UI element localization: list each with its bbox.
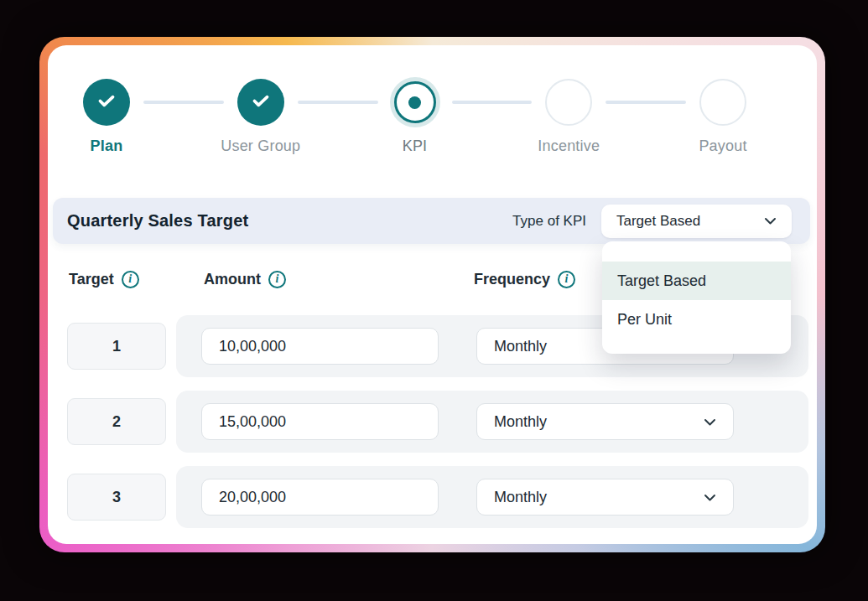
kpi-type-selected-value: Target Based <box>616 213 700 230</box>
step-label: Plan <box>91 137 123 155</box>
column-label: Amount <box>204 271 261 288</box>
step-user-group[interactable]: User Group <box>237 79 284 126</box>
wizard-card: Plan User Group KPI <box>48 45 817 544</box>
page-title: Quarterly Sales Target <box>67 211 512 231</box>
chevron-down-icon <box>704 489 716 506</box>
step-label: KPI <box>403 137 428 155</box>
amount-input[interactable] <box>201 328 439 365</box>
dropdown-option-per-unit[interactable]: Per Unit <box>602 300 791 339</box>
frequency-selected-value: Monthly <box>494 338 547 355</box>
step-label: User Group <box>221 137 300 155</box>
frequency-select[interactable]: Monthly <box>476 479 734 516</box>
kpi-type-label: Type of KPI <box>512 213 586 230</box>
step-circle-upcoming <box>699 79 746 126</box>
info-icon[interactable]: i <box>268 271 286 288</box>
kpi-type-select[interactable]: Target Based <box>601 205 792 238</box>
stepper-connector <box>143 101 224 104</box>
info-icon[interactable]: i <box>558 271 575 288</box>
column-header-target: Target i <box>69 271 139 288</box>
target-number-box: 3 <box>67 474 166 521</box>
check-icon <box>250 90 272 115</box>
amount-input[interactable] <box>201 403 439 440</box>
stepper-connector <box>452 101 533 104</box>
stepper: Plan User Group KPI <box>48 45 817 126</box>
radio-dot-icon <box>408 96 421 109</box>
step-circle-upcoming <box>545 79 592 126</box>
step-circle-active <box>394 81 436 123</box>
step-circle-completed <box>83 79 130 126</box>
amount-input[interactable] <box>201 479 439 516</box>
target-number-box: 1 <box>67 323 166 370</box>
step-plan[interactable]: Plan <box>83 79 130 126</box>
step-label: Incentive <box>538 137 600 155</box>
step-circle-completed <box>237 79 284 126</box>
step-kpi[interactable]: KPI <box>392 79 439 126</box>
step-label: Payout <box>699 137 746 155</box>
chevron-down-icon <box>764 213 777 230</box>
stepper-connector <box>298 101 378 104</box>
stepper-connector <box>606 101 686 104</box>
table-row: 2 Monthly <box>67 391 808 453</box>
frequency-select[interactable]: Monthly <box>476 403 734 440</box>
target-number-box: 2 <box>67 398 166 445</box>
column-label: Target <box>69 271 114 288</box>
frequency-selected-value: Monthly <box>494 489 547 506</box>
check-icon <box>96 90 117 115</box>
dropdown-option-target-based[interactable]: Target Based <box>602 262 791 300</box>
row-body: Monthly <box>176 391 808 453</box>
row-body: Monthly <box>176 466 808 528</box>
chevron-down-icon <box>704 413 716 431</box>
column-label: Frequency <box>474 271 550 288</box>
step-payout[interactable]: Payout <box>699 79 746 126</box>
frequency-selected-value: Monthly <box>494 413 547 431</box>
kpi-type-dropdown-menu: Target Based Per Unit <box>602 241 791 354</box>
table-row: 3 Monthly <box>67 466 808 528</box>
step-incentive[interactable]: Incentive <box>545 79 592 126</box>
column-header-amount: Amount i <box>204 271 286 288</box>
info-icon[interactable]: i <box>122 271 139 288</box>
column-header-frequency: Frequency i <box>474 271 575 288</box>
kpi-section-header: Quarterly Sales Target Type of KPI Targe… <box>53 198 810 244</box>
gradient-border-card: Plan User Group KPI <box>39 37 825 552</box>
